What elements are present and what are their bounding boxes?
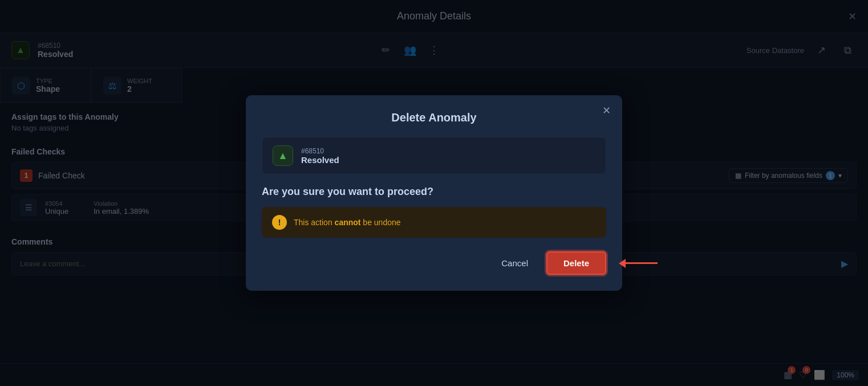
cancel-button[interactable]: Cancel — [492, 254, 537, 273]
modal-warning: ! This action cannot be undone — [262, 207, 606, 238]
modal-anomaly-card: ▲ #68510 Resolved — [262, 137, 606, 174]
arrow-indicator — [623, 262, 658, 264]
delete-button[interactable]: Delete — [546, 251, 606, 275]
modal-close-button[interactable]: ✕ — [602, 104, 611, 117]
warning-text: This action cannot be undone — [294, 218, 401, 227]
modal-anomaly-status-icon: ▲ — [273, 145, 293, 166]
delete-anomaly-modal: ✕ Delete Anomaly ▲ #68510 Resolved Are y… — [246, 95, 622, 291]
warning-pre: This action — [294, 218, 335, 227]
arrow-line — [623, 262, 658, 264]
modal-anomaly-id: #68510 — [301, 147, 339, 155]
delete-btn-wrapper: Delete — [546, 251, 606, 275]
warning-bold: cannot — [335, 218, 361, 227]
modal-question: Are you sure you want to proceed? — [262, 186, 606, 198]
warning-icon: ! — [272, 215, 287, 230]
warning-post: be undone — [360, 218, 400, 227]
modal-overlay: ✕ Delete Anomaly ▲ #68510 Resolved Are y… — [0, 0, 868, 386]
modal-anomaly-info: #68510 Resolved — [301, 147, 339, 165]
modal-anomaly-status: Resolved — [301, 155, 339, 165]
modal-actions: Cancel Delete — [262, 251, 606, 275]
modal-title: Delete Anomaly — [262, 111, 606, 124]
